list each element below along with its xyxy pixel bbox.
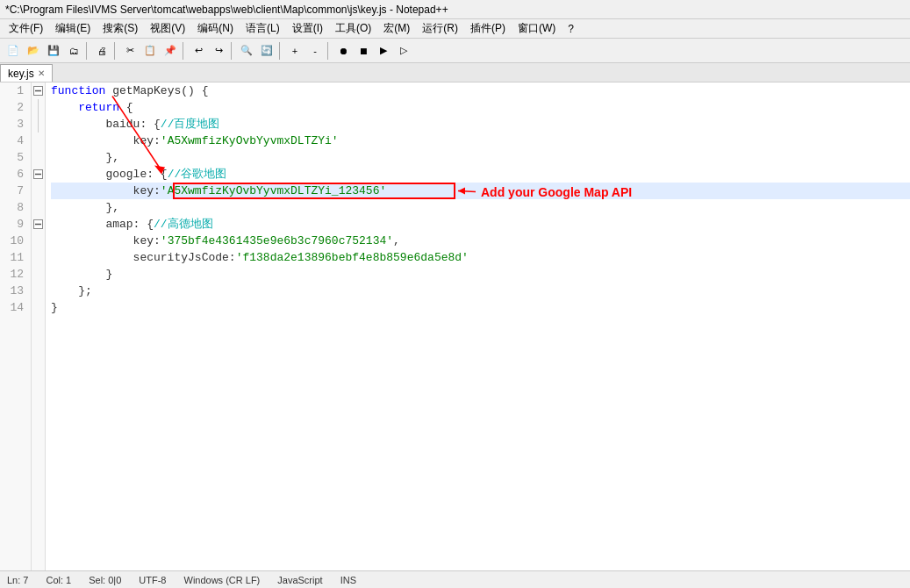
title-text: *C:\Program Files\IVMS Server\tomcat\web… <box>5 4 448 16</box>
line-number-10: 10 <box>4 233 27 249</box>
fold-marker-6[interactable] <box>32 166 45 183</box>
sep6 <box>327 42 331 60</box>
code-line-10[interactable]: key:'375bf4e4361435e9e6b3c7960c752134', <box>51 233 910 249</box>
menu-search[interactable]: 搜索(S) <box>97 19 143 38</box>
editor: 1234567891011121314 function getMapKeys(… <box>0 82 910 570</box>
line-number-3: 3 <box>4 116 27 133</box>
status-ins: INS <box>340 575 356 585</box>
fold-marker-2 <box>32 99 45 116</box>
line-number-7: 7 <box>4 183 27 199</box>
toolbar: 📄 📂 💾 🗂 🖨 ✂ 📋 📌 ↩ ↪ 🔍 🔄 + - ⏺ ⏹ ▶ ▷ <box>0 39 910 63</box>
code-line-6[interactable]: google: {//谷歌地图 <box>51 166 910 183</box>
status-ln: Ln: 7 <box>7 575 28 585</box>
toolbar-copy[interactable]: 📋 <box>140 41 160 61</box>
sep5 <box>279 42 283 60</box>
toolbar-redo[interactable]: ↪ <box>209 41 228 61</box>
toolbar-zoom-in[interactable]: + <box>285 41 305 61</box>
toolbar-undo[interactable]: ↩ <box>189 41 208 61</box>
line-number-1: 1 <box>4 82 27 99</box>
code-line-3[interactable]: baidu: {//百度地图 <box>51 116 910 133</box>
line-number-8: 8 <box>4 199 27 216</box>
menu-help[interactable]: ? <box>562 21 579 37</box>
code-line-14[interactable]: } <box>51 299 910 316</box>
toolbar-macro-stop[interactable]: ⏹ <box>354 41 373 61</box>
toolbar-save[interactable]: 💾 <box>44 41 63 61</box>
toolbar-new[interactable]: 📄 <box>4 41 23 61</box>
tab-keyjs[interactable]: key.js ✕ <box>0 64 53 82</box>
fold-marker-12 <box>32 266 45 283</box>
toolbar-zoom-out[interactable]: - <box>305 41 325 61</box>
menu-settings[interactable]: 设置(I) <box>287 19 328 38</box>
toolbar-macro-play[interactable]: ▶ <box>374 41 393 61</box>
fold-marker-5 <box>32 149 45 166</box>
toolbar-print[interactable]: 🖨 <box>92 41 111 61</box>
sep3 <box>183 42 186 60</box>
sep2 <box>114 42 118 60</box>
line-number-6: 6 <box>4 166 27 183</box>
statusbar: Ln: 7 Col: 1 Sel: 0|0 UTF-8 Windows (CR … <box>0 570 910 588</box>
sep1 <box>86 42 90 60</box>
fold-marker-1[interactable] <box>32 82 45 99</box>
menu-tools[interactable]: 工具(O) <box>330 19 376 38</box>
fold-marker-13 <box>32 283 45 299</box>
code-line-13[interactable]: }; <box>51 283 910 299</box>
menu-plugin[interactable]: 插件(P) <box>465 19 511 38</box>
line-number-11: 11 <box>4 249 27 266</box>
menu-encode[interactable]: 编码(N) <box>192 19 239 38</box>
code-line-9[interactable]: amap: {//高德地图 <box>51 216 910 233</box>
menu-view[interactable]: 视图(V) <box>145 19 190 38</box>
tab-label: key.js <box>8 68 34 80</box>
status-col: Col: 1 <box>46 575 71 585</box>
toolbar-cut[interactable]: ✂ <box>120 41 140 61</box>
toolbar-replace[interactable]: 🔄 <box>257 41 276 61</box>
line-number-9: 9 <box>4 216 27 233</box>
sep4 <box>231 42 234 60</box>
toolbar-find[interactable]: 🔍 <box>237 41 256 61</box>
fold-marker-14 <box>32 299 45 316</box>
status-type: JavaScript <box>277 575 322 585</box>
toolbar-macro-rec[interactable]: ⏺ <box>333 41 353 61</box>
line-number-2: 2 <box>4 99 27 116</box>
toolbar-saveall[interactable]: 🗂 <box>64 41 83 61</box>
tabbar: key.js ✕ <box>0 63 910 82</box>
fold-column <box>32 82 46 570</box>
line-number-12: 12 <box>4 266 27 283</box>
toolbar-paste[interactable]: 📌 <box>161 41 180 61</box>
toolbar-macro-run[interactable]: ▷ <box>394 41 413 61</box>
status-encoding: UTF-8 <box>139 575 166 585</box>
toolbar-open[interactable]: 📂 <box>24 41 43 61</box>
code-line-1[interactable]: function getMapKeys() { <box>51 82 910 99</box>
fold-marker-3 <box>32 116 45 133</box>
fold-marker-9[interactable] <box>32 216 45 233</box>
fold-marker-8 <box>32 199 45 216</box>
code-line-11[interactable]: securityJsCode:'f138da2e13896bebf4e8b859… <box>51 249 910 266</box>
line-number-5: 5 <box>4 149 27 166</box>
code-area[interactable]: function getMapKeys() { return { baidu: … <box>46 82 910 570</box>
menubar: 文件(F) 编辑(E) 搜索(S) 视图(V) 编码(N) 语言(L) 设置(I… <box>0 19 910 39</box>
status-sel: Sel: 0|0 <box>89 575 121 585</box>
fold-marker-10 <box>32 233 45 249</box>
fold-marker-11 <box>32 249 45 266</box>
titlebar: *C:\Program Files\IVMS Server\tomcat\web… <box>0 0 910 19</box>
menu-file[interactable]: 文件(F) <box>4 19 48 38</box>
code-line-7[interactable]: key:'A5XwmfizKyOvbYyvmxDLTZYi_123456' <box>51 183 910 199</box>
tab-close-icon[interactable]: ✕ <box>38 68 45 78</box>
line-number-4: 4 <box>4 133 27 149</box>
fold-marker-7 <box>32 183 45 199</box>
menu-edit[interactable]: 编辑(E) <box>50 19 96 38</box>
status-eol: Windows (CR LF) <box>184 575 261 585</box>
code-line-2[interactable]: return { <box>51 99 910 116</box>
menu-run[interactable]: 运行(R) <box>417 19 463 38</box>
menu-macro[interactable]: 宏(M) <box>378 19 415 38</box>
code-line-8[interactable]: }, <box>51 199 910 216</box>
code-line-12[interactable]: } <box>51 266 910 283</box>
code-line-5[interactable]: }, <box>51 149 910 166</box>
menu-lang[interactable]: 语言(L) <box>240 19 285 38</box>
line-number-13: 13 <box>4 283 27 299</box>
code-line-4[interactable]: key:'A5XwmfizKyOvbYyvmxDLTZYi' <box>51 133 910 149</box>
menu-window[interactable]: 窗口(W) <box>512 19 561 38</box>
line-number-gutter: 1234567891011121314 <box>0 82 32 570</box>
line-number-14: 14 <box>4 299 27 316</box>
fold-marker-4 <box>32 133 45 149</box>
